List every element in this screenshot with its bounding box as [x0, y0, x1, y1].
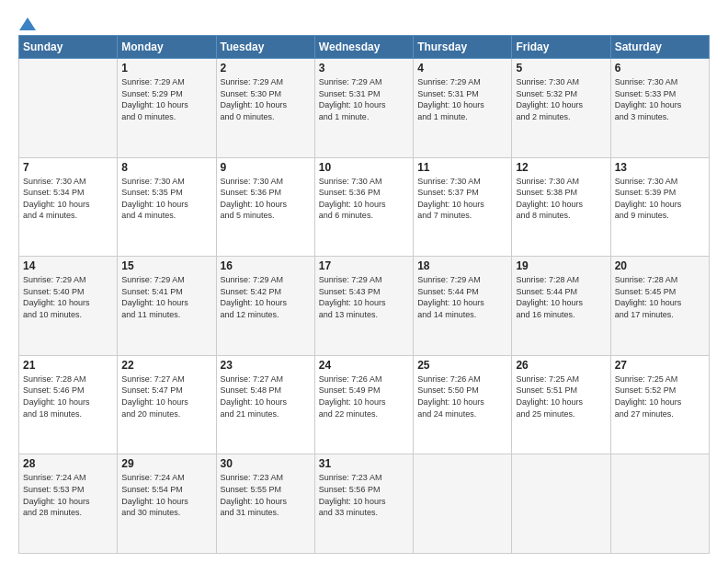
- day-number: 11: [417, 161, 507, 174]
- calendar-week-2: 7Sunrise: 7:30 AM Sunset: 5:34 PM Daylig…: [19, 157, 710, 257]
- day-number: 21: [23, 359, 113, 372]
- day-info: Sunrise: 7:30 AM Sunset: 5:39 PM Dayligh…: [615, 176, 705, 222]
- day-info: Sunrise: 7:30 AM Sunset: 5:37 PM Dayligh…: [417, 176, 507, 222]
- calendar-header-wednesday: Wednesday: [314, 36, 413, 59]
- calendar-cell: 23Sunrise: 7:27 AM Sunset: 5:48 PM Dayli…: [216, 355, 314, 454]
- calendar-header-saturday: Saturday: [610, 36, 709, 59]
- header: [18, 17, 710, 26]
- calendar-week-5: 28Sunrise: 7:24 AM Sunset: 5:53 PM Dayli…: [19, 454, 710, 554]
- logo: [18, 17, 37, 26]
- day-info: Sunrise: 7:29 AM Sunset: 5:42 PM Dayligh…: [221, 274, 311, 320]
- calendar-header-monday: Monday: [118, 36, 216, 59]
- day-info: Sunrise: 7:30 AM Sunset: 5:36 PM Dayligh…: [221, 176, 311, 222]
- day-number: 15: [121, 259, 211, 272]
- day-number: 23: [221, 359, 311, 372]
- calendar-cell: 27Sunrise: 7:25 AM Sunset: 5:52 PM Dayli…: [610, 355, 709, 454]
- day-number: 9: [221, 161, 311, 174]
- day-number: 26: [516, 359, 606, 372]
- day-info: Sunrise: 7:27 AM Sunset: 5:47 PM Dayligh…: [121, 373, 211, 419]
- day-number: 13: [615, 161, 705, 174]
- day-info: Sunrise: 7:29 AM Sunset: 5:31 PM Dayligh…: [319, 76, 409, 122]
- calendar-cell: [414, 454, 512, 554]
- day-info: Sunrise: 7:25 AM Sunset: 5:51 PM Dayligh…: [516, 373, 606, 419]
- day-number: 7: [23, 161, 113, 174]
- calendar-cell: 2Sunrise: 7:29 AM Sunset: 5:30 PM Daylig…: [216, 59, 314, 158]
- day-info: Sunrise: 7:23 AM Sunset: 5:56 PM Dayligh…: [319, 472, 409, 518]
- logo-icon: [19, 17, 36, 30]
- day-number: 3: [319, 62, 409, 75]
- calendar-cell: 29Sunrise: 7:24 AM Sunset: 5:54 PM Dayli…: [118, 454, 216, 554]
- day-number: 8: [121, 161, 211, 174]
- day-info: Sunrise: 7:29 AM Sunset: 5:41 PM Dayligh…: [121, 274, 211, 320]
- calendar-cell: 19Sunrise: 7:28 AM Sunset: 5:44 PM Dayli…: [512, 257, 610, 356]
- calendar-cell: 28Sunrise: 7:24 AM Sunset: 5:53 PM Dayli…: [19, 454, 118, 554]
- day-info: Sunrise: 7:24 AM Sunset: 5:53 PM Dayligh…: [23, 472, 113, 518]
- day-info: Sunrise: 7:26 AM Sunset: 5:49 PM Dayligh…: [319, 373, 409, 419]
- day-number: 28: [23, 457, 113, 470]
- calendar-cell: 13Sunrise: 7:30 AM Sunset: 5:39 PM Dayli…: [610, 157, 709, 257]
- day-number: 5: [516, 62, 606, 75]
- calendar-cell: 15Sunrise: 7:29 AM Sunset: 5:41 PM Dayli…: [118, 257, 216, 356]
- day-number: 6: [615, 62, 705, 75]
- calendar-cell: 17Sunrise: 7:29 AM Sunset: 5:43 PM Dayli…: [314, 257, 413, 356]
- svg-marker-0: [19, 17, 36, 30]
- day-info: Sunrise: 7:30 AM Sunset: 5:34 PM Dayligh…: [23, 176, 113, 222]
- day-number: 25: [417, 359, 507, 372]
- day-info: Sunrise: 7:29 AM Sunset: 5:29 PM Dayligh…: [121, 76, 211, 122]
- day-info: Sunrise: 7:30 AM Sunset: 5:33 PM Dayligh…: [615, 76, 705, 122]
- day-number: 18: [417, 259, 507, 272]
- day-number: 12: [516, 161, 606, 174]
- calendar-cell: 5Sunrise: 7:30 AM Sunset: 5:32 PM Daylig…: [512, 59, 610, 158]
- day-info: Sunrise: 7:29 AM Sunset: 5:31 PM Dayligh…: [417, 76, 507, 122]
- calendar-cell: 6Sunrise: 7:30 AM Sunset: 5:33 PM Daylig…: [610, 59, 709, 158]
- calendar-cell: 10Sunrise: 7:30 AM Sunset: 5:36 PM Dayli…: [314, 157, 413, 257]
- calendar-cell: 7Sunrise: 7:30 AM Sunset: 5:34 PM Daylig…: [19, 157, 118, 257]
- day-info: Sunrise: 7:30 AM Sunset: 5:36 PM Dayligh…: [319, 176, 409, 222]
- day-info: Sunrise: 7:28 AM Sunset: 5:46 PM Dayligh…: [23, 373, 113, 419]
- calendar-header-tuesday: Tuesday: [216, 36, 314, 59]
- calendar-header-thursday: Thursday: [414, 36, 512, 59]
- day-number: 4: [417, 62, 507, 75]
- day-info: Sunrise: 7:29 AM Sunset: 5:44 PM Dayligh…: [417, 274, 507, 320]
- calendar-header-friday: Friday: [512, 36, 610, 59]
- calendar-cell: 31Sunrise: 7:23 AM Sunset: 5:56 PM Dayli…: [314, 454, 413, 554]
- calendar-week-1: 1Sunrise: 7:29 AM Sunset: 5:29 PM Daylig…: [19, 59, 710, 158]
- calendar-cell: [19, 59, 118, 158]
- calendar-cell: 4Sunrise: 7:29 AM Sunset: 5:31 PM Daylig…: [414, 59, 512, 158]
- day-info: Sunrise: 7:29 AM Sunset: 5:43 PM Dayligh…: [319, 274, 409, 320]
- day-number: 19: [516, 259, 606, 272]
- calendar-cell: 30Sunrise: 7:23 AM Sunset: 5:55 PM Dayli…: [216, 454, 314, 554]
- day-info: Sunrise: 7:28 AM Sunset: 5:45 PM Dayligh…: [615, 274, 705, 320]
- day-number: 10: [319, 161, 409, 174]
- day-number: 24: [319, 359, 409, 372]
- calendar-cell: 3Sunrise: 7:29 AM Sunset: 5:31 PM Daylig…: [314, 59, 413, 158]
- day-number: 30: [221, 457, 311, 470]
- day-number: 27: [615, 359, 705, 372]
- day-info: Sunrise: 7:29 AM Sunset: 5:30 PM Dayligh…: [221, 76, 311, 122]
- calendar-cell: [512, 454, 610, 554]
- calendar-cell: 11Sunrise: 7:30 AM Sunset: 5:37 PM Dayli…: [414, 157, 512, 257]
- day-info: Sunrise: 7:28 AM Sunset: 5:44 PM Dayligh…: [516, 274, 606, 320]
- day-number: 22: [121, 359, 211, 372]
- day-info: Sunrise: 7:24 AM Sunset: 5:54 PM Dayligh…: [121, 472, 211, 518]
- calendar-cell: [610, 454, 709, 554]
- day-info: Sunrise: 7:29 AM Sunset: 5:40 PM Dayligh…: [23, 274, 113, 320]
- calendar-cell: 1Sunrise: 7:29 AM Sunset: 5:29 PM Daylig…: [118, 59, 216, 158]
- day-info: Sunrise: 7:30 AM Sunset: 5:35 PM Dayligh…: [121, 176, 211, 222]
- calendar-cell: 21Sunrise: 7:28 AM Sunset: 5:46 PM Dayli…: [19, 355, 118, 454]
- calendar-cell: 14Sunrise: 7:29 AM Sunset: 5:40 PM Dayli…: [19, 257, 118, 356]
- day-number: 31: [319, 457, 409, 470]
- day-number: 20: [615, 259, 705, 272]
- day-info: Sunrise: 7:30 AM Sunset: 5:32 PM Dayligh…: [516, 76, 606, 122]
- day-info: Sunrise: 7:30 AM Sunset: 5:38 PM Dayligh…: [516, 176, 606, 222]
- day-number: 14: [23, 259, 113, 272]
- day-number: 16: [221, 259, 311, 272]
- day-number: 17: [319, 259, 409, 272]
- calendar-cell: 25Sunrise: 7:26 AM Sunset: 5:50 PM Dayli…: [414, 355, 512, 454]
- calendar-cell: 18Sunrise: 7:29 AM Sunset: 5:44 PM Dayli…: [414, 257, 512, 356]
- calendar-week-4: 21Sunrise: 7:28 AM Sunset: 5:46 PM Dayli…: [19, 355, 710, 454]
- day-info: Sunrise: 7:25 AM Sunset: 5:52 PM Dayligh…: [615, 373, 705, 419]
- day-number: 2: [221, 62, 311, 75]
- calendar-header-row: SundayMondayTuesdayWednesdayThursdayFrid…: [19, 36, 710, 59]
- day-info: Sunrise: 7:27 AM Sunset: 5:48 PM Dayligh…: [221, 373, 311, 419]
